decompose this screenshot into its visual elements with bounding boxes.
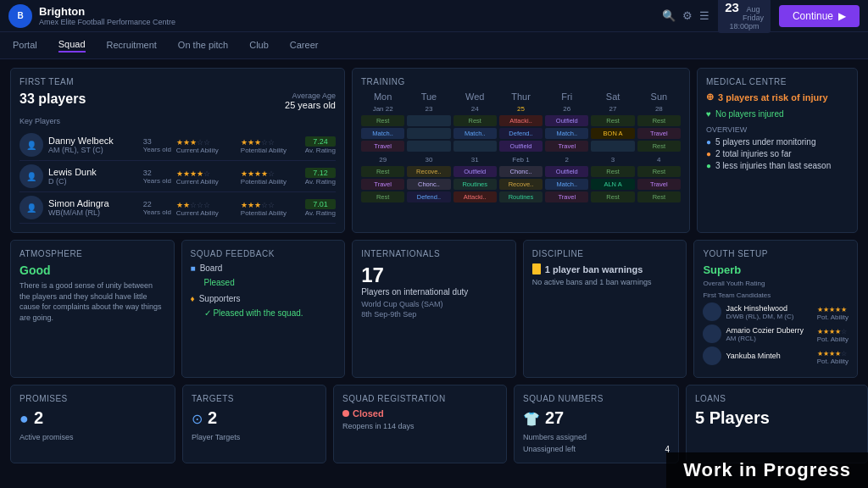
candidate-info: Amario Cozier Duberry AM (RCL) [726,326,812,342]
youth-status: Superb [703,263,849,276]
candidates-title: First Team Candidates [703,291,849,299]
supporters-status: ✓ Pleased with the squad. [204,308,337,318]
av-rating: 7.01 Av. Rating [305,199,336,217]
less-injuries-icon: ● [706,161,711,170]
heart-icon: ♥ [706,109,711,119]
settings-icon[interactable]: ⚙ [682,9,693,22]
medical-alert: ⊕ 3 players at risk of injury [706,92,849,103]
board-icon: ■ [191,263,196,273]
supporters-feedback: ♦ Supporters [191,294,337,303]
nav-squad[interactable]: Squad [58,39,86,53]
day-tue: Tue [407,92,450,102]
date-number: 23 [725,1,739,14]
numbers-assigned-label: Numbers assigned [523,433,670,441]
continue-button[interactable]: Continue ▶ [779,5,860,27]
player-info: Lewis Dunk D (C) [48,167,138,186]
atmosphere-card: Atmosphere Good There is a good sense of… [10,240,175,378]
player-info: Danny Welbeck AM (RL), ST (C) [48,136,138,154]
unassigned-row: Unassigned left 4 [523,445,670,454]
board-status: Pleased [204,278,337,287]
day-sat: Sat [591,92,634,102]
closed-badge: Closed [342,408,498,419]
current-ability: ★★☆☆☆ Current Ability [176,199,236,217]
nav-on-the-pitch[interactable]: On the pitch [178,40,228,52]
potential-ability: ★★★★☆ Potential Ability [241,168,300,186]
player-row: 👤 Simon Adingra WB(M/AM (RL) 22 Years ol… [19,192,336,224]
loans-title: Loans [695,394,859,403]
nav-recruitment[interactable]: Recruitment [107,40,157,52]
targets-icon: ⊙ [192,411,203,427]
discipline-title: Discipline [532,249,678,258]
menu-icon[interactable]: ☰ [699,9,709,22]
top-section: First Team 33 players Average Age 25 yea… [10,68,858,233]
promises-title: Promises [19,394,166,403]
injuries-icon: ● [706,149,711,158]
monitoring-item: ● 5 players under monitoring [706,137,849,147]
key-players-label: Key Players [19,117,336,125]
intl-dates: 8th Sep-9th Sep [361,310,507,319]
current-ability: ★★★★☆ Current Ability [176,168,236,186]
player-info: Simon Adingra WB(M/AM (RL) [48,198,138,217]
day-thur: Thur [499,92,542,102]
topbar-right: 🔍 ⚙ ☰ 23 Aug Friday 18:00pm Continue ▶ [662,0,860,33]
nav-portal[interactable]: Portal [13,40,37,52]
potential-ability: ★★★☆☆ Potential Ability [241,199,300,217]
targets-card: Targets ⊙ 2 Player Targets [182,385,326,463]
date-time: 18:00pm [725,22,764,30]
search-icon[interactable]: 🔍 [662,9,676,22]
arrow-right-icon: ▶ [838,10,846,22]
club-info: Brighton Amex Elite Football Performance… [39,5,175,26]
day-wed: Wed [453,92,497,102]
promises-card: Promises ● 2 Active promises [10,385,175,463]
board-feedback: ■ Board [191,263,337,273]
nav-career[interactable]: Career [290,40,319,52]
day-mon: Mon [361,92,404,102]
loans-count: 5 Players [695,408,859,428]
potential-ability: ★★★☆☆ Potential Ability [241,136,300,154]
av-rating: 7.12 Av. Rating [305,168,336,186]
overview-title: Overview [706,125,849,134]
club-logo: B [8,4,32,28]
player-avatar: 👤 [19,164,43,188]
less-injuries-item: ● 3 less injuries than last season [706,161,849,170]
training-card: Training Mon Tue Wed Thur Fri Sat Sun Ja… [352,68,690,233]
alert-icon: ⊕ [706,92,714,103]
squad-reg-title: Squad Registration [342,394,498,403]
feedback-title: Squad Feedback [191,249,337,258]
nav-club[interactable]: Club [249,40,269,52]
current-ability: ★★★☆☆ Current Ability [176,136,236,154]
overall-label: Overall Youth Rating [703,280,849,287]
day-sun: Sun [637,92,681,102]
candidate-row: Amario Cozier Duberry AM (RCL) ★★★★☆ Pot… [703,324,849,343]
squad-numbers-card: Squad Numbers 👕 27 Numbers assigned Unas… [514,385,679,463]
first-team-header: 33 players Average Age 25 years old [19,92,336,110]
mid-section: Atmosphere Good There is a good sense of… [10,240,858,378]
squad-feedback-card: Squad Feedback ■ Board Pleased ♦ Support… [181,240,346,378]
player-avatar: 👤 [19,133,43,157]
ban-warnings: 1 player ban warnings [532,263,678,274]
candidate-info: Yankuba Minteh [726,352,812,360]
monitoring-icon: ● [706,137,711,147]
topbar-icons: 🔍 ⚙ ☰ [662,9,709,22]
medical-card: Medical Centre ⊕ 3 players at risk of in… [697,68,858,233]
discipline-text: No active bans and 1 ban warnings [532,278,678,286]
date-day: Friday [743,14,764,22]
player-age: 32 Years old [143,169,171,185]
internationals-title: Internationals [361,249,507,258]
player-avatar: 👤 [19,196,43,219]
no-injured: ♥ No players injured [706,109,849,119]
training-title: Training [361,77,681,86]
injuries-item: ● 2 total injuries so far [706,149,849,158]
first-team-card: First Team 33 players Average Age 25 yea… [10,68,345,233]
youth-title: Youth Setup [703,249,849,258]
candidate-avatar [703,347,721,365]
candidate-avatar [703,324,721,343]
nav: Portal Squad Recruitment On the pitch Cl… [0,32,868,59]
check-icon: ✓ [204,308,211,318]
yellow-card-icon [532,263,541,274]
club-name: Brighton [39,5,175,18]
shirt-icon: 👕 [523,411,540,427]
candidate-row: Yankuba Minteh ★★★★☆ Pot. Ability [703,347,849,365]
candidate-info: Jack Hinshelwood D/WB (RL), DM, M (C) [726,304,812,320]
candidate-stars: ★★★★★ Pot. Ability [817,303,849,321]
